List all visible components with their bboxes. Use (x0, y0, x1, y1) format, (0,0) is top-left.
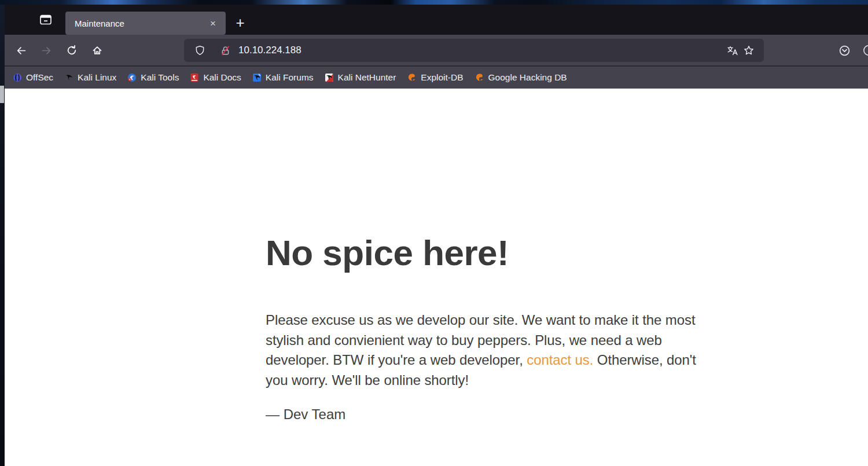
translate-icon (727, 46, 738, 56)
bookmark-label: Kali Linux (78, 72, 116, 83)
bookmark-label: OffSec (26, 72, 53, 83)
tab-close-button[interactable]: × (206, 16, 220, 30)
paragraph-text: Otherwise, don't (593, 352, 696, 368)
save-to-pocket-button[interactable] (834, 41, 854, 60)
paragraph-line: Please excuse us as we develop our site.… (266, 310, 696, 331)
reload-button[interactable] (61, 40, 82, 61)
forward-arrow-icon (42, 46, 52, 56)
bookmark-label: Kali NetHunter (338, 72, 396, 83)
page-heading: No spice here! (266, 234, 509, 271)
bookmark-label: Google Hacking DB (488, 72, 567, 83)
star-icon (744, 45, 754, 56)
forward-button[interactable] (36, 40, 57, 61)
shield-permissions-button[interactable] (192, 42, 208, 58)
firefox-window: Maintenance × + (5, 5, 868, 466)
home-icon (92, 45, 102, 56)
paragraph-text: developer. BTW if you're a web developer… (266, 352, 527, 368)
url-bar[interactable]: 10.10.224.188 (184, 39, 764, 62)
insecure-lock-icon (220, 46, 230, 56)
account-button[interactable] (859, 41, 868, 60)
exploit-db-icon (407, 73, 417, 82)
tracking-protection-shield-icon (195, 45, 205, 56)
firefox-view-icon (40, 14, 52, 25)
bookmark-label: Kali Docs (203, 72, 241, 83)
bookmark-kali-docs[interactable]: Kali Docs (190, 72, 241, 83)
bookmark-offsec[interactable]: OffSec (13, 72, 53, 83)
bookmark-star-button[interactable] (741, 42, 757, 58)
tab-title: Maintenance (75, 19, 206, 28)
kali-docs-icon (190, 73, 199, 82)
bookmark-label: Kali Forums (266, 72, 314, 83)
bookmark-kali-nethunter[interactable]: Kali NetHunter (325, 72, 396, 83)
bookmark-exploit-db[interactable]: Exploit-DB (407, 72, 463, 83)
desktop-left-edge (0, 5, 5, 466)
tab-bar: Maintenance × + (5, 5, 868, 35)
paragraph-line: developer. BTW if you're a web developer… (266, 350, 696, 370)
kali-dragon-icon (64, 73, 73, 82)
bookmark-kali-tools[interactable]: Kali Tools (127, 72, 179, 83)
contact-us-link[interactable]: contact us. (527, 352, 593, 368)
kali-forums-icon (252, 73, 262, 82)
page-paragraph: Please excuse us as we develop our site.… (266, 310, 696, 390)
reload-icon (67, 45, 77, 56)
kali-tools-icon (127, 73, 137, 82)
navigation-toolbar: 10.10.224.188 (5, 35, 868, 66)
bookmark-kali-linux[interactable]: Kali Linux (64, 72, 116, 83)
ghdb-icon (475, 73, 484, 82)
pocket-icon (839, 45, 850, 56)
bookmarks-toolbar: OffSec Kali Linux Kali Tools Kali D (5, 66, 868, 89)
new-tab-button[interactable]: + (230, 12, 251, 33)
bookmark-kali-forums[interactable]: Kali Forums (252, 72, 314, 83)
bookmark-google-hacking-db[interactable]: Google Hacking DB (475, 72, 567, 83)
back-button[interactable] (10, 40, 31, 61)
back-arrow-icon (16, 46, 26, 56)
paragraph-line: stylish and convienient way to buy peppe… (266, 331, 696, 351)
tab-maintenance[interactable]: Maintenance × (65, 12, 226, 35)
bookmark-label: Kali Tools (141, 72, 179, 83)
signature-text: — Dev Team (266, 406, 345, 423)
account-circle-icon (859, 45, 868, 56)
web-page-content: No spice here! Please excuse us as we de… (5, 89, 868, 466)
home-button[interactable] (87, 40, 108, 61)
firefox-view-button[interactable] (36, 12, 56, 28)
url-text: 10.10.224.188 (238, 45, 301, 56)
translate-button[interactable] (724, 42, 741, 58)
bookmark-label: Exploit-DB (421, 72, 463, 83)
offsec-icon (13, 73, 22, 82)
site-identity-button[interactable] (217, 42, 233, 58)
desktop-wallpaper-strip (0, 0, 868, 5)
kali-nethunter-icon (325, 73, 334, 82)
paragraph-line: you worry. We'll be online shortly! (266, 370, 696, 391)
background-scrollbar-thumb (0, 86, 4, 103)
